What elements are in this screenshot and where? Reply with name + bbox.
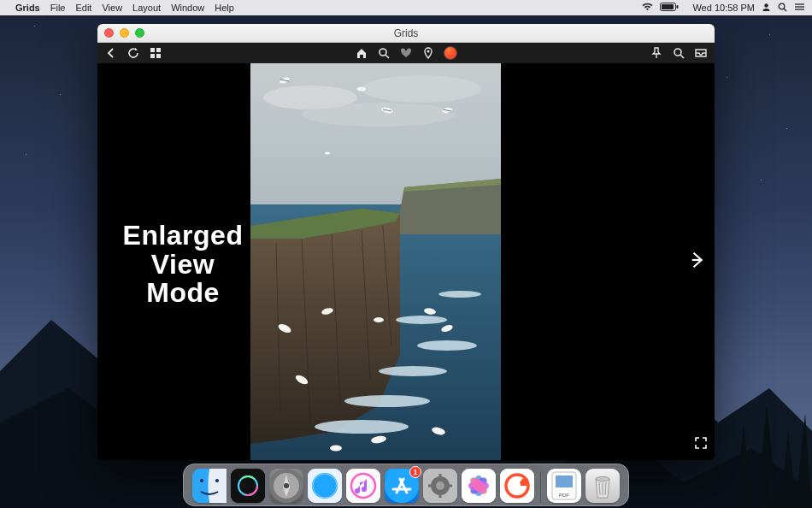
appstore-badge: 1 [409, 466, 421, 478]
window-close-button[interactable] [104, 28, 114, 38]
overlay-caption: Enlarged View Mode [115, 222, 251, 308]
heart-icon[interactable] [399, 46, 413, 60]
svg-line-5 [784, 9, 786, 11]
exit-fullscreen-icon[interactable] [694, 436, 708, 453]
svg-point-32 [315, 420, 409, 434]
dock-photos[interactable] [462, 469, 496, 503]
svg-point-49 [200, 479, 203, 482]
svg-point-57 [284, 483, 289, 488]
app-window: Grids [97, 24, 715, 460]
dock-trash[interactable] [585, 469, 620, 503]
photo-viewer: Enlarged View Mode [97, 63, 715, 460]
grids-app-icon[interactable] [444, 46, 457, 60]
dock-launchpad[interactable] [269, 469, 303, 503]
window-minimize-button[interactable] [120, 28, 129, 38]
svg-point-38 [325, 152, 330, 155]
svg-point-69 [436, 481, 444, 490]
window-title: Grids [97, 27, 715, 39]
menu-edit[interactable]: Edit [75, 3, 91, 13]
svg-rect-70 [439, 474, 442, 478]
svg-line-14 [385, 55, 389, 58]
photo-content [250, 63, 501, 460]
svg-rect-73 [448, 485, 452, 487]
svg-rect-86 [556, 476, 573, 487]
grid-view-button[interactable] [149, 46, 162, 60]
svg-rect-12 [156, 54, 161, 58]
svg-rect-10 [156, 48, 161, 52]
svg-rect-1 [677, 5, 679, 9]
window-titlebar[interactable]: Grids [97, 24, 715, 43]
svg-point-3 [764, 3, 768, 7]
menubar-app-name[interactable]: Grids [15, 3, 40, 13]
menu-help[interactable]: Help [215, 3, 234, 13]
home-icon[interactable] [355, 46, 368, 60]
svg-point-41 [374, 317, 384, 322]
battery-icon[interactable] [660, 3, 679, 13]
menu-layout[interactable]: Layout [132, 3, 161, 13]
svg-point-30 [379, 366, 447, 376]
svg-rect-9 [150, 48, 155, 52]
dock-separator [540, 472, 541, 503]
svg-point-33 [438, 291, 481, 298]
dock-siri[interactable] [231, 469, 265, 503]
notification-center-icon[interactable] [794, 3, 805, 13]
svg-point-21 [302, 103, 456, 127]
location-icon[interactable] [421, 46, 435, 60]
svg-rect-11 [150, 54, 155, 58]
svg-point-16 [674, 49, 681, 56]
svg-point-20 [362, 75, 481, 103]
svg-rect-51 [231, 469, 265, 503]
dock-settings[interactable] [423, 469, 457, 503]
svg-rect-72 [428, 485, 432, 487]
svg-point-47 [330, 446, 342, 452]
svg-point-35 [357, 87, 366, 92]
back-button[interactable] [104, 46, 118, 60]
next-photo-button[interactable] [689, 251, 708, 273]
menu-file[interactable]: File [50, 3, 66, 13]
window-zoom-button[interactable] [135, 28, 144, 38]
svg-point-4 [779, 3, 785, 9]
svg-point-50 [215, 479, 219, 482]
dock-itunes[interactable] [346, 469, 380, 503]
svg-line-17 [680, 55, 684, 58]
dock-preview[interactable]: PDF [547, 469, 581, 503]
svg-point-88 [596, 477, 609, 481]
user-icon[interactable] [762, 3, 771, 14]
svg-point-59 [312, 473, 338, 499]
svg-point-29 [417, 340, 477, 351]
svg-rect-71 [439, 493, 442, 498]
svg-text:PDF: PDF [559, 493, 569, 498]
menu-view[interactable]: View [102, 3, 122, 13]
spotlight-icon[interactable] [778, 3, 787, 14]
svg-point-28 [396, 316, 447, 324]
dock-safari[interactable] [308, 469, 342, 503]
svg-point-15 [427, 50, 430, 53]
app-toolbar [97, 43, 715, 63]
dock: 1 PDF [183, 464, 629, 506]
menubar: Grids File Edit View Layout Window Help … [0, 0, 812, 15]
search-icon[interactable] [377, 46, 391, 60]
wifi-icon[interactable] [642, 3, 653, 13]
search-secondary-icon[interactable] [672, 46, 685, 60]
pin-icon[interactable] [650, 46, 663, 60]
inbox-icon[interactable] [694, 46, 708, 60]
menu-window[interactable]: Window [171, 3, 204, 13]
dock-finder[interactable] [192, 469, 227, 503]
menubar-clock[interactable]: Wed 10:58 PM [692, 3, 755, 13]
dock-appstore[interactable]: 1 [385, 469, 419, 503]
svg-point-13 [380, 49, 386, 56]
reload-button[interactable] [127, 46, 140, 60]
dock-grids[interactable] [500, 469, 534, 503]
svg-point-31 [344, 395, 430, 407]
svg-rect-2 [662, 4, 674, 9]
